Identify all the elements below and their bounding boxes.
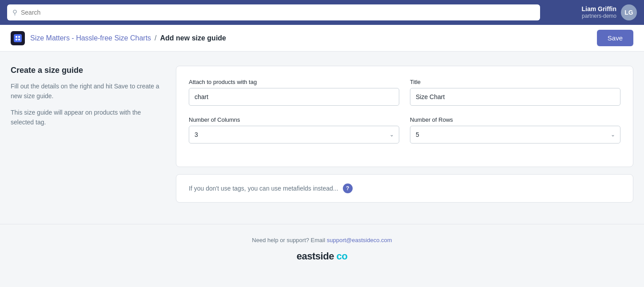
title-input[interactable] xyxy=(410,88,620,106)
content-area: Attach to products with tag Title Number… xyxy=(176,66,633,203)
app-icon xyxy=(11,31,25,45)
footer-help-text: Need help or support? Email support@east… xyxy=(0,237,644,243)
sidebar-desc-1: Fill out the details on the right and hi… xyxy=(11,81,162,101)
info-text: If you don't use tags, you can use metaf… xyxy=(189,185,338,192)
search-bar[interactable]: ⚲ xyxy=(7,4,540,20)
breadcrumb-separator: / xyxy=(155,34,156,42)
save-button[interactable]: Save xyxy=(597,30,633,46)
user-info: Liam Griffin partners-demo xyxy=(581,5,616,20)
svg-rect-1 xyxy=(18,36,20,38)
user-area: Liam Griffin partners-demo LG xyxy=(581,4,637,20)
title-label: Title xyxy=(410,79,620,85)
logo-dot: co xyxy=(336,251,347,262)
search-input[interactable] xyxy=(21,9,535,16)
form-row-1: Attach to products with tag Title xyxy=(189,79,620,106)
attach-tag-label: Attach to products with tag xyxy=(189,79,399,85)
svg-rect-2 xyxy=(16,39,17,40)
footer-email-link[interactable]: support@eastsideco.com xyxy=(327,237,392,243)
search-icon: ⚲ xyxy=(12,8,17,16)
top-navigation: ⚲ Liam Griffin partners-demo LG xyxy=(0,0,644,25)
logo-text: eastside co xyxy=(297,251,347,262)
footer: Need help or support? Email support@east… xyxy=(0,224,644,276)
columns-group: Number of Columns 1 2 3 4 5 6 7 8 ⌄ xyxy=(189,116,399,144)
avatar: LG xyxy=(621,4,637,20)
info-bar: If you don't use tags, you can use metaf… xyxy=(176,174,633,203)
app-icon-inner xyxy=(14,34,22,42)
title-group: Title xyxy=(410,79,620,106)
main-content: Create a size guide Fill out the details… xyxy=(0,52,644,217)
breadcrumb-bar: Size Matters - Hassle-free Size Charts /… xyxy=(0,25,644,52)
attach-tag-group: Attach to products with tag xyxy=(189,79,399,106)
sidebar-desc-2: This size guide will appear on products … xyxy=(11,108,162,128)
user-subtitle: partners-demo xyxy=(581,13,616,20)
footer-logo: eastside co xyxy=(0,251,644,262)
svg-rect-3 xyxy=(18,39,20,40)
rows-group: Number of Rows 1 2 3 4 5 6 7 8 ⌄ xyxy=(410,116,620,144)
columns-select-wrap: 1 2 3 4 5 6 7 8 ⌄ xyxy=(189,126,399,144)
attach-tag-input[interactable] xyxy=(189,88,399,106)
columns-select[interactable]: 1 2 3 4 5 6 7 8 xyxy=(189,126,399,144)
columns-label: Number of Columns xyxy=(189,116,399,123)
sidebar-title: Create a size guide xyxy=(11,66,162,75)
breadcrumb-app-link[interactable]: Size Matters - Hassle-free Size Charts xyxy=(30,34,151,42)
rows-select[interactable]: 1 2 3 4 5 6 7 8 xyxy=(410,126,620,144)
user-name: Liam Griffin xyxy=(581,5,616,13)
help-icon[interactable]: ? xyxy=(343,183,353,193)
form-card: Attach to products with tag Title Number… xyxy=(176,66,633,167)
rows-select-wrap: 1 2 3 4 5 6 7 8 ⌄ xyxy=(410,126,620,144)
form-row-2: Number of Columns 1 2 3 4 5 6 7 8 ⌄ xyxy=(189,116,620,144)
sidebar: Create a size guide Fill out the details… xyxy=(11,66,162,203)
breadcrumb-current-page: Add new size guide xyxy=(160,34,226,42)
svg-rect-0 xyxy=(16,36,17,38)
rows-label: Number of Rows xyxy=(410,116,620,123)
